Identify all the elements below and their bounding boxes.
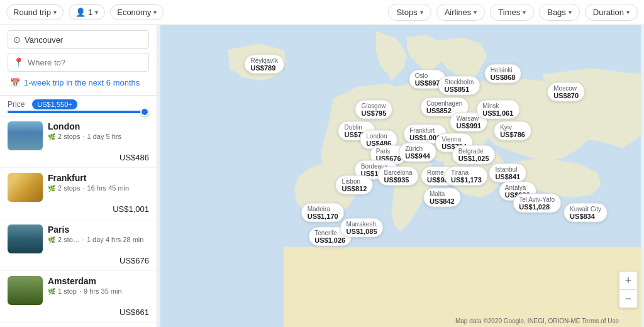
bags-filter-button[interactable]: Bags ▾ (539, 4, 580, 21)
origin-icon: ⊙ (13, 35, 21, 45)
flight-price: US$661 (8, 308, 149, 317)
stops-filter-button[interactable]: Stops ▾ (388, 4, 431, 21)
map-city-name: Paris (376, 148, 401, 155)
bags-filter-label: Bags (547, 8, 566, 17)
search-fields: ⊙ 📍 📅 1-week trip in the next 6 months (0, 25, 157, 96)
price-tag[interactable]: KyivUS$786 (494, 121, 531, 141)
trip-type-button[interactable]: Round trip ▾ (6, 4, 64, 20)
trip-type-label: Round trip (13, 8, 51, 17)
flight-city: London (48, 121, 149, 131)
map-city-name: Helsinki (491, 66, 516, 73)
flight-info: Frankfurt 🌿 2 stops · 16 hrs 45 min (48, 173, 149, 192)
price-tag[interactable]: MaltaUS$842 (423, 187, 461, 207)
map-city-price: US$852 (426, 106, 452, 114)
map-city-price: US$870 (553, 91, 579, 99)
map-city-price: US$841 (495, 173, 520, 180)
price-tag[interactable]: ZürichUS$944 (399, 142, 436, 162)
price-tag[interactable]: IstanbulUS$841 (489, 164, 526, 183)
list-item[interactable]: Paris 🌿 2 sto… · 1 day 4 hrs 28 min US$6… (0, 219, 157, 271)
date-row[interactable]: 📅 1-week trip in the next 6 months (8, 75, 149, 90)
slider-fill (8, 111, 149, 113)
map-city-name: London (366, 133, 391, 140)
flight-info: London 🌿 2 stops · 1 day 5 hrs (48, 121, 149, 140)
map-city-price: US$897 (415, 79, 440, 87)
trip-type-chevron: ▾ (53, 9, 57, 16)
map-city-name: Minsk (482, 103, 513, 109)
airlines-chevron: ▾ (474, 9, 477, 16)
list-item[interactable]: Frankfurt 🌿 2 stops · 16 hrs 45 min US$1… (0, 168, 157, 219)
map-city-price: US$795 (362, 109, 387, 117)
map-city-name: Marrakesh (347, 220, 377, 227)
dot-separator: · (79, 287, 81, 295)
price-tag[interactable]: MinskUS$1,061 (476, 100, 519, 119)
price-tag[interactable]: HelsinkiUS$868 (484, 64, 522, 83)
zoom-in-button[interactable]: + (619, 272, 637, 289)
dot-separator: · (82, 236, 84, 243)
price-tag[interactable]: ReykjavíkUS$789 (245, 55, 284, 74)
price-tag[interactable]: Tel Aviv-YafoUS$1,028 (513, 194, 561, 213)
stops-label: 2 sto… (58, 236, 80, 243)
flight-city: Paris (48, 224, 149, 235)
list-item[interactable]: London 🌿 2 stops · 1 day 5 hrs US$486 (0, 116, 157, 168)
price-badge: US$1,550+ (32, 99, 77, 109)
map-city-name: Belgrade (458, 148, 489, 155)
slider-track[interactable] (8, 111, 149, 113)
stops-chevron: ▾ (420, 9, 423, 16)
map-city-price: US$1,173 (451, 176, 482, 184)
map-city-name: Kuwait City (570, 205, 601, 212)
destination-input[interactable] (28, 58, 143, 67)
class-button[interactable]: Economy ▾ (110, 4, 164, 20)
map-city-price: US$812 (342, 185, 367, 192)
price-tag[interactable]: TiranaUS$1,173 (445, 167, 488, 186)
duration-label: 1 day 4 hrs 28 min (87, 236, 144, 243)
top-bar: Round trip ▾ 👤 1 ▾ Economy ▾ Stops ▾ Air… (0, 0, 644, 25)
map-city-name: Reykjavík (251, 57, 278, 64)
map-city-name: Kyiv (500, 124, 525, 131)
zoom-out-button[interactable]: − (619, 290, 637, 308)
flight-details: 🌿 2 sto… · 1 day 4 hrs 28 min (48, 236, 149, 243)
duration-filter-button[interactable]: Duration ▾ (585, 4, 638, 21)
map-city-name: Glasgow (362, 103, 387, 109)
price-tag[interactable]: StockholmUS$851 (438, 76, 480, 96)
flight-image (8, 224, 43, 253)
list-item[interactable]: Amsterdam 🌿 1 stop · 9 hrs 35 min US$661 (0, 271, 157, 323)
price-tag[interactable]: MadeiraUS$1,170 (301, 202, 345, 222)
price-slider-wrap[interactable] (8, 111, 149, 113)
map-city-name: Oslo (415, 72, 440, 79)
price-tag[interactable]: Kuwait CityUS$834 (564, 202, 608, 222)
slider-thumb[interactable] (140, 108, 149, 116)
flight-price: US$486 (8, 153, 149, 162)
map-city-price: US$1,028 (519, 203, 550, 211)
price-tag[interactable]: LisbonUS$812 (336, 175, 374, 195)
price-tag[interactable]: MarrakeshUS$1,085 (340, 218, 384, 237)
duration-filter-label: Duration (593, 8, 624, 17)
price-tag[interactable]: BelgradeUS$1,025 (452, 145, 496, 165)
dot-separator: · (82, 184, 84, 192)
airlines-filter-button[interactable]: Airlines ▾ (436, 4, 486, 21)
map-city-price: US$834 (570, 212, 595, 219)
flight-image (8, 173, 43, 202)
map-city-name: Tirana (451, 169, 482, 176)
price-tag[interactable]: BarcelonaUS$935 (378, 167, 419, 186)
map-city-name: Vienna (441, 136, 467, 143)
leaf-icon: 🌿 (48, 236, 55, 243)
destination-field[interactable]: 📍 (8, 53, 149, 72)
map-city-price: US$935 (384, 176, 409, 184)
stops-label: 2 stops (58, 184, 80, 192)
map-city-name: Istanbul (495, 166, 520, 173)
passengers-chevron: ▾ (95, 9, 98, 16)
map-area: ReykjavíkUS$789OsloUS$897StockholmUS$851… (157, 25, 644, 327)
passengers-button[interactable]: 👤 1 ▾ (69, 4, 105, 20)
flight-details: 🌿 2 stops · 1 day 5 hrs (48, 133, 149, 140)
person-icon: 👤 (75, 8, 86, 17)
times-filter-button[interactable]: Times ▾ (490, 4, 534, 21)
map-city-price: US$1,025 (458, 155, 489, 162)
class-label: Economy (117, 8, 151, 17)
price-tag[interactable]: MoscowUS$870 (547, 82, 585, 101)
map-city-price: US$851 (445, 86, 470, 93)
flight-city: Frankfurt (48, 173, 149, 183)
price-tag[interactable]: GlasgowUS$795 (355, 100, 393, 119)
flight-price: US$1,001 (8, 204, 149, 214)
origin-field[interactable]: ⊙ (8, 30, 149, 49)
origin-input[interactable] (25, 35, 143, 45)
